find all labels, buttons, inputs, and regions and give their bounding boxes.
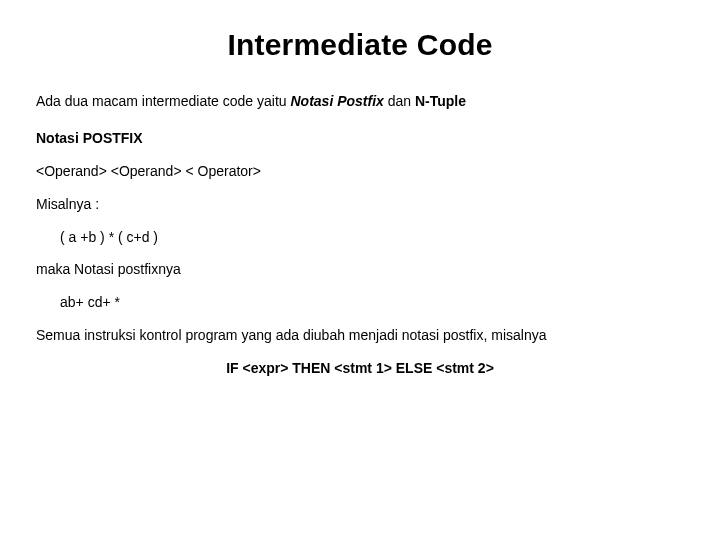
slide-body: Ada dua macam intermediate code yaitu No…: [0, 92, 720, 378]
intro-term-postfix: Notasi Postfix: [290, 93, 383, 109]
postfix-pattern: <Operand> <Operand> < Operator>: [36, 162, 684, 181]
intro-mid: dan: [384, 93, 415, 109]
intro-prefix: Ada dua macam intermediate code yaitu: [36, 93, 290, 109]
slide-title: Intermediate Code: [0, 28, 720, 62]
intro-term-ntuple: N-Tuple: [415, 93, 466, 109]
slide: Intermediate Code Ada dua macam intermed…: [0, 28, 720, 540]
postfix-heading: Notasi POSTFIX: [36, 129, 684, 148]
example-expression: ( a +b ) * ( c+d ): [36, 228, 684, 247]
example-label: Misalnya :: [36, 195, 684, 214]
slide-footer: 6/13/2021 Semantics Analyser by Kustanto…: [0, 536, 720, 540]
result-label: maka Notasi postfixnya: [36, 260, 684, 279]
control-text: Semua instruksi kontrol program yang ada…: [36, 326, 684, 345]
control-pattern: IF <expr> THEN <stmt 1> ELSE <stmt 2>: [36, 359, 684, 378]
intro-paragraph: Ada dua macam intermediate code yaitu No…: [36, 92, 684, 111]
result-expression: ab+ cd+ *: [36, 293, 684, 312]
